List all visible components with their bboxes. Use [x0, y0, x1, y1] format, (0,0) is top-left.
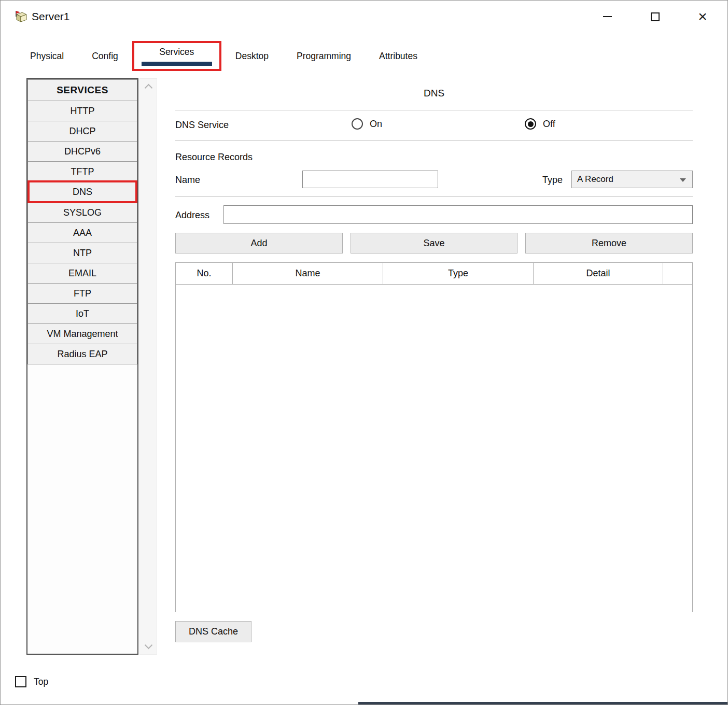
top-checkbox[interactable] — [15, 676, 26, 687]
sidebar-item-tftp[interactable]: TFTP — [27, 161, 137, 182]
column-header-type: Type — [383, 263, 534, 284]
server-window: Server1 × Physical Config Services Deskt… — [0, 0, 728, 705]
type-label: Type — [542, 175, 563, 186]
column-header-detail: Detail — [534, 263, 663, 284]
top-checkbox-label: Top — [34, 676, 48, 687]
separator — [175, 196, 693, 197]
maximize-button[interactable] — [638, 1, 671, 33]
type-select-value: A Record — [577, 174, 613, 185]
panel-title: DNS — [175, 88, 693, 99]
top-checkbox-group[interactable]: Top — [15, 676, 48, 687]
close-icon: × — [698, 9, 707, 24]
tab-services[interactable]: Services — [132, 41, 221, 71]
sidebar-item-ftp[interactable]: FTP — [27, 283, 137, 304]
sidebar-item-dhcpv6[interactable]: DHCPv6 — [27, 141, 137, 162]
packet-tracer-device-icon — [14, 10, 27, 23]
save-button[interactable]: Save — [351, 233, 517, 253]
titlebar: Server1 × — [1, 1, 727, 33]
name-input[interactable] — [302, 171, 438, 188]
scroll-down-icon[interactable] — [145, 641, 153, 650]
sidebar-item-aaa[interactable]: AAA — [27, 222, 137, 243]
type-select[interactable]: A Record — [571, 171, 693, 188]
tab-config[interactable]: Config — [78, 41, 132, 71]
scroll-up-icon[interactable] — [145, 84, 153, 92]
background-window-edge — [358, 702, 728, 704]
sidebar-item-iot[interactable]: IoT — [27, 303, 137, 324]
dns-service-label: DNS Service — [175, 120, 229, 131]
sidebar-scrollbar[interactable] — [139, 78, 157, 655]
radio-off-label: Off — [543, 119, 555, 130]
sidebar-item-radius-eap[interactable]: Radius EAP — [27, 344, 137, 364]
maximize-icon — [651, 12, 660, 21]
tab-desktop[interactable]: Desktop — [221, 41, 283, 71]
tab-attributes[interactable]: Attributes — [365, 41, 431, 71]
resource-records-label: Resource Records — [175, 152, 253, 163]
dns-service-on-radio[interactable]: On — [352, 118, 382, 130]
column-header-no: No. — [176, 263, 233, 284]
dns-service-off-radio[interactable]: Off — [525, 118, 555, 130]
minimize-icon — [603, 16, 612, 17]
sidebar-item-syslog[interactable]: SYSLOG — [27, 202, 137, 223]
minimize-button[interactable] — [591, 1, 624, 33]
dns-cache-button[interactable]: DNS Cache — [175, 621, 251, 642]
sidebar-item-dhcp[interactable]: DHCP — [27, 121, 137, 142]
address-label: Address — [175, 210, 209, 221]
sidebar-item-email[interactable]: EMAIL — [27, 263, 137, 284]
add-button[interactable]: Add — [175, 233, 343, 253]
dns-records-table: No. Name Type Detail — [175, 262, 693, 612]
active-tab-underline — [142, 62, 212, 66]
radio-on-icon — [352, 118, 363, 130]
radio-off-icon — [525, 118, 536, 130]
remove-button[interactable]: Remove — [525, 233, 693, 253]
window-title: Server1 — [32, 10, 70, 23]
name-label: Name — [175, 175, 200, 186]
table-header-row: No. Name Type Detail — [176, 263, 692, 285]
sidebar-item-http[interactable]: HTTP — [27, 101, 137, 121]
tab-programming[interactable]: Programming — [283, 41, 365, 71]
column-header-spacer — [663, 263, 692, 284]
sidebar-item-vm-management[interactable]: VM Management — [27, 323, 137, 344]
column-header-name: Name — [233, 263, 383, 284]
tab-bar: Physical Config Services Desktop Program… — [16, 41, 431, 71]
sidebar-header: SERVICES — [27, 79, 137, 101]
services-sidebar: SERVICES HTTP DHCP DHCPv6 TFTP DNS SYSLO… — [26, 78, 138, 655]
sidebar-item-ntp[interactable]: NTP — [27, 243, 137, 263]
separator — [175, 140, 693, 141]
address-input[interactable] — [223, 205, 693, 224]
dns-panel: DNS DNS Service On Off Resource Records … — [175, 78, 693, 651]
separator — [175, 110, 693, 110]
table-body-empty — [176, 285, 692, 612]
close-button[interactable]: × — [686, 1, 719, 33]
radio-on-label: On — [370, 119, 382, 130]
chevron-down-icon — [680, 178, 686, 182]
tab-physical[interactable]: Physical — [16, 41, 78, 71]
sidebar-item-dns[interactable]: DNS — [27, 180, 137, 203]
tab-services-label: Services — [152, 46, 201, 60]
